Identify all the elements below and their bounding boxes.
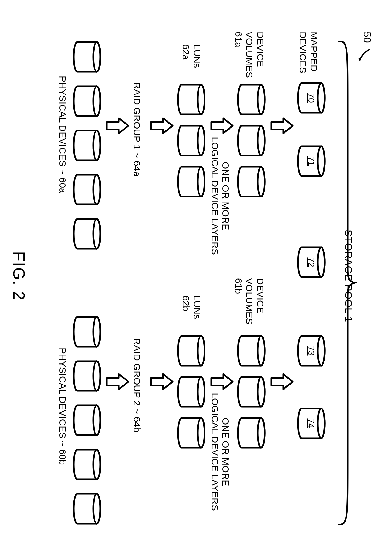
storage-pool-title: STORAGE POOL 1 xyxy=(342,0,354,552)
pd-left-4 xyxy=(73,174,101,205)
dv-left-1 xyxy=(237,84,266,115)
raid-group-left-label: RAID GROUP 1 ~ 64a xyxy=(132,82,142,177)
svg-point-27 xyxy=(198,167,205,197)
pd-right-5 xyxy=(73,493,101,525)
pd-left-1 xyxy=(73,41,101,73)
svg-point-13 xyxy=(258,126,265,155)
svg-point-45 xyxy=(93,317,100,347)
svg-point-51 xyxy=(93,450,100,479)
figure-ref-arrow-icon xyxy=(358,49,371,61)
arrow-up-left-1 xyxy=(269,117,294,135)
svg-point-53 xyxy=(93,494,100,524)
arrow-up-right-4 xyxy=(104,373,130,391)
diagram-scene: 50 STORAGE POOL 1 MAPPED DEVICES 70 71 7… xyxy=(0,0,392,552)
svg-point-29 xyxy=(198,336,205,366)
svg-point-35 xyxy=(93,42,100,72)
luns-right-label: LUNs 62b xyxy=(181,295,202,319)
logical-layers-left-label: ONE OR MORE LOGICAL DEVICE LAYERS xyxy=(210,136,231,256)
dv-right-1 xyxy=(237,335,266,367)
dv-left-3 xyxy=(237,166,266,197)
mapped-device-73-id: 73 xyxy=(306,332,316,370)
svg-point-41 xyxy=(93,175,100,204)
svg-point-37 xyxy=(93,86,100,116)
figure-ref-number: 50 xyxy=(361,32,373,43)
pd-left-3 xyxy=(73,130,101,161)
arrow-up-left-2 xyxy=(209,117,234,135)
arrow-up-right-1 xyxy=(269,373,294,391)
svg-point-7 xyxy=(318,336,325,366)
svg-point-11 xyxy=(258,85,265,114)
lun-right-3 xyxy=(177,417,205,449)
svg-point-47 xyxy=(93,361,100,391)
svg-point-15 xyxy=(258,167,265,197)
mapped-device-74-id: 74 xyxy=(306,404,316,442)
physical-devices-right-label: PHYSICAL DEVICES ~ 60b xyxy=(57,348,68,465)
luns-left-label: LUNs 62a xyxy=(181,44,202,68)
lun-right-2 xyxy=(177,376,205,408)
mapped-device-72-id: 72 xyxy=(306,243,316,281)
arrow-up-right-2 xyxy=(209,373,234,391)
device-volumes-left-label: DEVICE VOLUMES 61a xyxy=(233,32,266,78)
svg-point-3 xyxy=(318,146,325,176)
mapped-device-71-id: 71 xyxy=(306,142,316,180)
pd-left-2 xyxy=(73,85,101,117)
raid-group-right-label: RAID GROUP 2 ~ 64b xyxy=(132,338,142,433)
svg-point-39 xyxy=(93,130,100,160)
svg-point-1 xyxy=(318,83,325,113)
svg-point-23 xyxy=(198,85,205,114)
arrow-up-left-3 xyxy=(149,117,174,135)
pd-left-5 xyxy=(73,218,101,250)
dv-right-3 xyxy=(237,417,266,449)
physical-devices-left-label: PHYSICAL DEVICES ~ 60a xyxy=(57,76,68,193)
pd-right-3 xyxy=(73,404,101,436)
pd-right-2 xyxy=(73,360,101,392)
arrow-up-right-3 xyxy=(149,373,174,391)
mapped-device-70-id: 70 xyxy=(306,79,316,117)
lun-right-1 xyxy=(177,335,205,367)
svg-point-25 xyxy=(198,126,205,155)
dv-right-2 xyxy=(237,376,266,408)
svg-point-49 xyxy=(93,405,100,435)
svg-point-17 xyxy=(258,336,265,366)
svg-point-33 xyxy=(198,418,205,448)
svg-point-21 xyxy=(258,418,265,448)
logical-layers-right-label: ONE OR MORE LOGICAL DEVICE LAYERS xyxy=(210,392,231,512)
pd-right-1 xyxy=(73,316,101,348)
arrow-up-left-4 xyxy=(104,117,130,135)
svg-point-19 xyxy=(258,377,265,407)
svg-point-31 xyxy=(198,377,205,407)
lun-left-1 xyxy=(177,84,205,115)
svg-point-5 xyxy=(318,247,325,277)
mapped-devices-label: MAPPED DEVICES xyxy=(297,32,319,73)
lun-left-2 xyxy=(177,125,205,156)
svg-point-9 xyxy=(318,409,325,438)
lun-left-3 xyxy=(177,166,205,197)
svg-point-43 xyxy=(93,219,100,249)
dv-left-2 xyxy=(237,125,266,156)
pd-right-4 xyxy=(73,449,101,480)
figure-caption: FIG. 2 xyxy=(9,0,28,552)
device-volumes-right-label: DEVICE VOLUMES 61b xyxy=(233,278,266,325)
